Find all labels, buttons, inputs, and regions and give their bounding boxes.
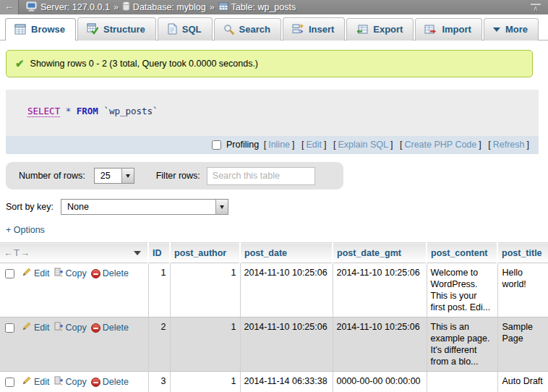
breadcrumb-bar: ← Server: 127.0.0.1 » Database: myblog »… [0,0,548,14]
table-row: Edit Copy Delete 2 1 2014-11-10 10:25:06… [0,318,548,372]
edit-row-link[interactable]: Edit [22,321,50,334]
tab-export[interactable]: Export [346,18,414,41]
success-message-text: Showing rows 0 - 2 (3 total, Query took … [30,59,258,69]
copy-icon [54,375,64,388]
edit-row-link[interactable]: Edit [22,267,50,280]
tab-import[interactable]: Import [415,18,481,41]
filter-rows-label: Filter rows: [156,171,200,181]
cell-post-content[interactable]: This is an example page. It's different … [427,318,497,372]
column-header-id[interactable]: ID [148,243,170,263]
chevron-down-icon [220,205,224,209]
number-of-rows-label: Number of rows: [19,171,85,181]
cell-post-content[interactable] [427,372,497,392]
back-button[interactable]: ← [0,0,19,14]
column-header-post-author[interactable]: post_author [170,243,240,263]
row-checkbox[interactable] [5,378,14,387]
tab-insert[interactable]: Insert [283,17,345,41]
structure-icon [87,23,98,35]
delete-row-link[interactable]: Delete [91,322,129,333]
cell-post-date-gmt[interactable]: 2014-11-10 10:25:06 [333,263,427,318]
browse-icon [14,24,26,35]
cell-post-date[interactable]: 2014-11-14 06:33:38 [240,372,333,392]
pencil-icon [22,267,32,280]
copy-row-link[interactable]: Copy [54,321,87,334]
table-row: Edit Copy Delete 3 1 2014-11-14 06:33:38… [0,372,548,392]
tab-browse[interactable]: Browse [5,18,76,41]
select-dropdown-button[interactable] [215,200,228,214]
row-options-caret-icon[interactable] [134,251,141,255]
cell-post-author[interactable]: 1 [170,372,240,392]
sql-icon [167,23,177,35]
edit-row-link[interactable]: Edit [22,375,50,388]
table-row: Edit Copy Delete 1 1 2014-11-10 10:25:06… [0,263,548,318]
server-icon [26,1,38,14]
sql-keyword-select-link[interactable]: SELECT [27,106,60,117]
delete-icon [91,323,100,333]
column-reorder-arrows[interactable]: ←T→ [4,247,30,258]
column-header-post-title[interactable]: post_title [497,243,548,263]
pencil-icon [22,321,32,334]
cell-post-date-gmt[interactable]: 0000-00-00 00:00:00 [333,372,427,392]
chevron-down-icon [493,27,500,32]
column-header-post-date[interactable]: post_date [240,243,333,263]
cell-id[interactable]: 1 [148,263,170,318]
select-dropdown-button[interactable] [121,169,134,183]
cell-post-content[interactable]: Welcome to WordPress. This is your first… [427,263,497,318]
delete-row-link[interactable]: Delete [91,376,129,388]
cell-id[interactable]: 3 [148,372,170,392]
tab-sql[interactable]: SQL [158,17,213,41]
row-checkbox[interactable] [5,323,14,333]
number-of-rows-select[interactable]: 25 [94,168,134,184]
chevron-down-icon [126,174,130,178]
edit-query-link[interactable]: Edit [307,140,322,150]
copy-row-link[interactable]: Copy [54,267,87,280]
inline-link[interactable]: Inline [268,140,290,150]
cell-id[interactable]: 2 [148,318,170,372]
insert-icon [292,23,304,35]
column-header-post-date-gmt[interactable]: post_date_gmt [333,243,427,263]
filter-rows-input[interactable] [207,167,315,185]
copy-row-link[interactable]: Copy [54,375,87,388]
breadcrumb-server[interactable]: Server: 127.0.0.1 [26,1,110,14]
tab-search[interactable]: Search [214,18,281,41]
refresh-link[interactable]: Refresh [493,140,525,150]
create-php-code-link[interactable]: Create PHP Code [404,140,476,150]
cell-post-date-gmt[interactable]: 2014-11-10 10:25:06 [333,318,427,372]
column-header-post-content[interactable]: post_content [427,243,497,263]
explain-sql-link[interactable]: Explain SQL [338,140,388,150]
sql-star: * [66,106,72,116]
breadcrumb-table[interactable]: Table: wp_posts [218,2,296,13]
cell-post-date[interactable]: 2014-11-10 10:25:06 [240,318,333,372]
cell-post-title[interactable]: Hello world! [497,263,548,318]
sql-query: SELECT * FROM `wp_posts` [6,90,539,136]
rows-filter-panel: Number of rows: 25 Filter rows: [6,162,343,189]
cell-post-title[interactable]: Auto Draft [497,372,548,392]
sort-by-key-select[interactable]: None [61,199,228,215]
results-table: ←T→ ID post_author post_date post_date_g… [0,242,548,392]
cell-post-date[interactable]: 2014-11-10 10:25:06 [240,263,333,318]
cell-post-author[interactable]: 1 [170,263,240,318]
delete-row-link[interactable]: Delete [91,268,129,279]
tab-structure[interactable]: Structure [77,17,156,41]
delete-icon [91,378,100,387]
profiling-label: Profiling [226,140,259,150]
import-icon [424,25,437,35]
options-toggle-link[interactable]: + Options [6,225,45,235]
sql-keyword-from: FROM [77,106,98,116]
success-check-icon: ✔ [15,57,25,70]
breadcrumb-database[interactable]: Database: myblog [122,1,206,13]
database-icon [122,1,130,13]
cell-post-title[interactable]: Sample Page [497,318,548,372]
delete-icon [91,269,100,278]
search-icon [223,24,234,35]
tab-more[interactable]: More [484,18,539,41]
tab-bar: Browse Structure SQL Search Insert Expor… [0,14,548,41]
profiling-checkbox[interactable] [212,140,221,150]
row-checkbox[interactable] [5,269,14,278]
table-icon [218,2,228,13]
collapse-topmenu-icon[interactable]: ∧ [531,4,541,12]
success-message: ✔ Showing rows 0 - 2 (3 total, Query too… [6,50,533,77]
breadcrumb: Server: 127.0.0.1 » Database: myblog » T… [26,1,531,14]
breadcrumb-separator: » [114,2,119,12]
cell-post-author[interactable]: 1 [170,318,240,372]
